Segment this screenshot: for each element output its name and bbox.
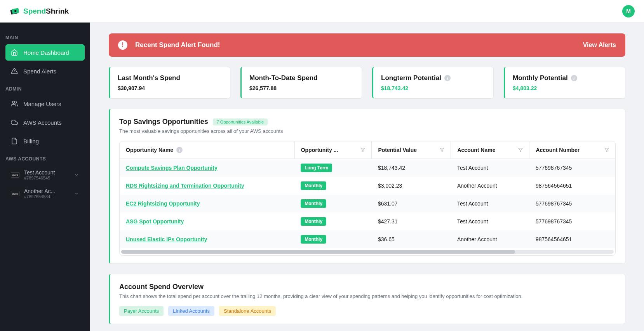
horizontal-scrollbar[interactable] — [121, 250, 614, 254]
stat-value: $26,577.88 — [249, 85, 354, 91]
svg-marker-7 — [440, 148, 444, 152]
nav-billing[interactable]: Billing — [5, 133, 85, 149]
chevron-down-icon — [74, 172, 79, 178]
opportunity-link[interactable]: Compute Savings Plan Opportunity — [126, 165, 218, 171]
account-number-cell: 577698767345 — [529, 213, 615, 230]
sidebar-section-accounts: AWS ACCOUNTS — [0, 152, 90, 166]
table-row: EC2 Rightsizing OpportunityMonthly$631.0… — [120, 195, 615, 213]
filter-icon[interactable] — [360, 148, 365, 152]
svg-point-5 — [12, 101, 15, 103]
filter-icon[interactable] — [518, 148, 523, 152]
overview-panel: Account Spend Overview This chart shows … — [109, 274, 625, 324]
nav-home-dashboard[interactable]: Home Dashboard — [5, 44, 85, 61]
account-name-cell: Test Account — [451, 213, 529, 230]
nav-aws-accounts[interactable]: AWS Accounts — [5, 114, 85, 131]
view-alerts-link[interactable]: View Alerts — [583, 42, 616, 49]
col-account-number[interactable]: Account Number — [529, 141, 615, 159]
account-name: Test Account — [24, 169, 69, 176]
logo[interactable]: SpendShrink — [9, 6, 69, 17]
potential-value: $36.65 — [372, 230, 451, 248]
stat-last-month: Last Month's Spend $30,907.94 — [109, 67, 230, 99]
stat-label: Monthly Potential — [513, 74, 568, 82]
opportunities-count-badge: 7 Opportunities Available — [213, 118, 268, 125]
panel-title: Account Spend Overview — [119, 283, 616, 291]
filter-icon[interactable] — [440, 148, 444, 152]
type-tag: Monthly — [301, 181, 326, 190]
potential-value: $427.31 — [372, 213, 451, 230]
stat-label: Last Month's Spend — [118, 74, 222, 82]
account-item-another[interactable]: aws Another Ac... #7897654534... — [5, 184, 85, 203]
chevron-down-icon — [74, 191, 79, 196]
svg-marker-8 — [519, 148, 522, 152]
panel-subtitle: The most valuable savings opportunities … — [119, 128, 616, 134]
users-icon — [11, 100, 18, 107]
chip-linked[interactable]: Linked Accounts — [168, 306, 214, 316]
sidebar: MAIN Home Dashboard Spend Alerts ADMIN M… — [0, 23, 90, 331]
col-opportunity-type[interactable]: Opportunity ... — [294, 141, 372, 159]
exclamation-icon: ! — [118, 40, 127, 50]
stat-label: Longterm Potential — [381, 74, 441, 82]
col-account-name[interactable]: Account Name — [451, 141, 529, 159]
filter-icon[interactable] — [604, 148, 609, 152]
type-tag: Monthly — [301, 199, 326, 208]
info-icon[interactable]: i — [176, 147, 183, 153]
potential-value: $631.07 — [372, 195, 451, 213]
svg-marker-9 — [605, 148, 609, 152]
account-name-cell: Test Account — [451, 159, 529, 177]
account-name-cell: Test Account — [451, 195, 529, 213]
opportunity-link[interactable]: ASG Spot Opportunity — [126, 218, 184, 225]
col-potential-value[interactable]: Potential Value — [372, 141, 451, 159]
opportunity-link[interactable]: Unused Elastic IPs Opportunity — [126, 236, 207, 242]
info-icon[interactable]: i — [571, 75, 577, 81]
main-content: ! Recent Spend Alert Found! View Alerts … — [90, 23, 644, 331]
chip-standalone[interactable]: Standalone Accounts — [219, 306, 276, 316]
nav-billing-label: Billing — [23, 138, 39, 145]
alert-icon — [11, 68, 18, 75]
account-number-cell: 577698767345 — [529, 159, 615, 177]
nav-spend-alerts[interactable]: Spend Alerts — [5, 63, 85, 79]
stat-label: Month-To-Date Spend — [249, 74, 354, 82]
opportunity-link[interactable]: EC2 Rightsizing Opportunity — [126, 200, 200, 207]
stat-value: $18,743.42 — [381, 85, 486, 91]
panel-title: Top Savings Opportunities — [119, 118, 208, 126]
user-avatar[interactable]: M — [622, 5, 635, 17]
stat-value: $4,803.22 — [513, 85, 617, 91]
info-icon[interactable]: i — [444, 75, 451, 81]
cloud-icon — [11, 119, 18, 126]
stat-mtd: Month-To-Date Spend $26,577.88 — [240, 67, 362, 99]
sidebar-section-admin: ADMIN — [0, 82, 90, 96]
table-row: RDS Rightsizing and Termination Opportun… — [120, 177, 615, 195]
potential-value: $3,002.23 — [372, 177, 451, 195]
col-opportunity-name[interactable]: Opportunity Namei — [120, 141, 294, 159]
nav-manage-users[interactable]: Manage Users — [5, 96, 85, 112]
opportunity-link[interactable]: RDS Rightsizing and Termination Opportun… — [126, 183, 244, 189]
home-icon — [11, 49, 18, 56]
account-name: Another Ac... — [24, 188, 69, 194]
svg-point-2 — [14, 10, 16, 12]
billing-icon — [11, 138, 18, 145]
chip-payer[interactable]: Payer Accounts — [119, 306, 164, 316]
type-tag: Monthly — [301, 217, 326, 226]
account-name-cell: Another Account — [451, 230, 529, 248]
nav-alerts-label: Spend Alerts — [23, 68, 56, 75]
app-header: SpendShrink M — [0, 0, 644, 23]
nav-home-label: Home Dashboard — [23, 49, 69, 56]
stat-longterm: Longterm Potentiali $18,743.42 — [372, 67, 494, 99]
table-row: Unused Elastic IPs OpportunityMonthly$36… — [120, 230, 615, 248]
stat-value: $30,907.94 — [118, 85, 222, 91]
account-item-test[interactable]: aws Test Account #7897546545 — [5, 166, 85, 184]
account-name-cell: Another Account — [451, 177, 529, 195]
stat-monthly: Monthly Potentiali $4,803.22 — [504, 67, 625, 99]
logo-text: SpendShrink — [23, 7, 69, 16]
account-number-cell: 577698767345 — [529, 195, 615, 213]
aws-badge-icon: aws — [11, 172, 19, 178]
panel-subtitle: This chart shows the total spend per acc… — [119, 293, 616, 299]
svg-marker-6 — [361, 148, 365, 152]
table-row: Compute Savings Plan OpportunityLong Ter… — [120, 159, 615, 177]
spend-alert-banner: ! Recent Spend Alert Found! View Alerts — [109, 33, 625, 57]
sidebar-section-main: MAIN — [0, 30, 90, 44]
aws-badge-icon: aws — [11, 191, 19, 196]
type-tag: Monthly — [301, 235, 326, 244]
account-number-cell: 987564564651 — [529, 230, 615, 248]
opportunities-table: Opportunity Namei Opportunity ... Potent… — [119, 141, 616, 256]
